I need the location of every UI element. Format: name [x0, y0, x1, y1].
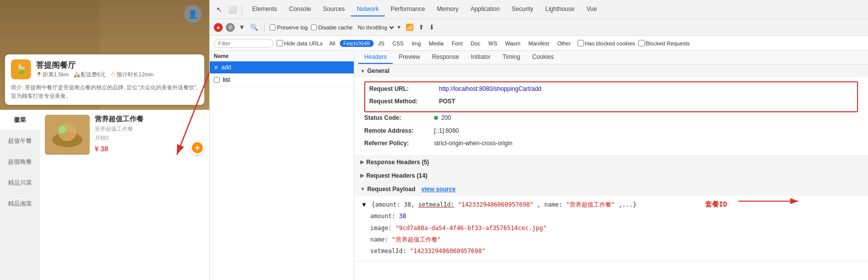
response-headers-header[interactable]: ▶ Response Headers (5): [354, 156, 868, 169]
detail-tab-cookies[interactable]: Cookies: [526, 51, 560, 64]
detail-tab-preview[interactable]: Preview: [393, 51, 426, 64]
tab-elements[interactable]: Elements: [246, 2, 283, 16]
filter-type-buttons: All Fetch/XHR JS CSS Img Media Font Doc …: [326, 40, 575, 47]
view-source-link[interactable]: view source: [422, 186, 456, 193]
tab-vue[interactable]: Vue: [580, 2, 603, 16]
filter-manifest[interactable]: Manifest: [525, 40, 553, 47]
detail-tab-response[interactable]: Response: [426, 51, 465, 64]
distance-item: 📍 距离1.5km: [36, 71, 69, 78]
record-button[interactable]: ●: [214, 23, 223, 32]
payload-name: name: "营养超值工作餐": [370, 235, 860, 245]
req-close-icon: ✕: [214, 64, 218, 71]
filter-all[interactable]: All: [326, 40, 339, 47]
setmeal-id-key: setmealId:: [418, 201, 454, 208]
detail-tab-headers[interactable]: Headers: [358, 51, 393, 64]
tab-network[interactable]: Network: [351, 2, 385, 16]
dish-list: 营养超值工作餐 营养超值工作餐 月销0 ¥ 38 +: [40, 110, 209, 280]
restaurant-header: 👤 🍃 菩提阁餐厅 📍 距离1.5km 🛵 配送费: [0, 0, 209, 110]
distance-icon: 📍: [36, 72, 42, 77]
hide-data-urls-checkbox[interactable]: [277, 40, 283, 46]
remote-address-label: Remote Address:: [364, 126, 434, 136]
devtools-main: Name ✕ add list Headers Preview Response…: [210, 51, 868, 280]
blocked-cookies-checkbox[interactable]: [578, 40, 584, 46]
avatar[interactable]: 👤: [184, 5, 202, 23]
search-icon[interactable]: 🔍: [249, 22, 259, 32]
filter-ws[interactable]: WS: [485, 40, 501, 47]
dish-sales: 月销0: [95, 134, 204, 142]
throttle-select[interactable]: No throttling Fast 3G Slow 3G: [356, 24, 396, 31]
filter-media[interactable]: Media: [426, 40, 447, 47]
delivery-icon: 🛵: [74, 72, 80, 77]
blocked-cookies-label[interactable]: Has blocked cookies: [578, 40, 635, 46]
tab-performance[interactable]: Performance: [385, 2, 431, 16]
tab-security[interactable]: Security: [506, 2, 539, 16]
blocked-requests-label[interactable]: Blocked Requests: [638, 40, 690, 46]
filter-js[interactable]: JS: [375, 40, 388, 47]
tab-console[interactable]: Console: [283, 2, 317, 16]
throttle-control[interactable]: No throttling Fast 3G Slow 3G ▼: [356, 24, 402, 31]
upload-icon[interactable]: ⬆: [418, 22, 425, 32]
tree-expand-icon[interactable]: ▼: [362, 201, 366, 208]
add-to-cart-button[interactable]: +: [190, 141, 204, 155]
disable-cache-input[interactable]: [311, 24, 317, 30]
request-item-list[interactable]: list: [210, 74, 354, 86]
filter-wasm[interactable]: Wasm: [502, 40, 524, 47]
stop-button[interactable]: ⊘: [226, 23, 235, 32]
filter-bar: Hide data URLs All Fetch/XHR JS CSS Img …: [210, 36, 868, 51]
preserve-log-input[interactable]: [270, 24, 276, 30]
referrer-policy-value: strict-origin-when-cross-origin: [434, 139, 512, 148]
request-name-add: add: [221, 64, 231, 71]
request-list: Name ✕ add list: [210, 51, 354, 280]
tab-application[interactable]: Application: [464, 2, 506, 16]
filter-img[interactable]: Img: [408, 40, 424, 47]
request-url-row: Request URL: http://localhost:8080/shopp…: [369, 84, 853, 94]
restaurant-meta: 📍 距离1.5km 🛵 配送费6元 ⏱ 预计时长12min: [36, 71, 153, 78]
category-item-hunan[interactable]: 精品湘菜: [0, 194, 40, 215]
response-headers-section: ▶ Response Headers (5): [354, 156, 868, 169]
payload-tree: ▼ {amount: 38, setmealId: "1423329486060…: [354, 196, 868, 261]
restaurant-card: 🍃 菩提阁餐厅 📍 距离1.5km 🛵 配送费6元: [5, 54, 204, 105]
devtools-toolbar: ↖ ⬜ Elements Console Sources Network Per…: [210, 0, 868, 19]
category-item-huicai[interactable]: 徽菜: [0, 110, 40, 131]
tab-lighthouse[interactable]: Lighthouse: [539, 2, 580, 16]
request-item-add[interactable]: ✕ add: [210, 61, 354, 74]
filter-font[interactable]: Font: [448, 40, 466, 47]
toolbar-separator: [242, 4, 242, 14]
preserve-log-checkbox[interactable]: Preserve log: [270, 24, 308, 30]
hide-data-urls-label[interactable]: Hide data URLs: [277, 40, 323, 46]
tab-sources[interactable]: Sources: [317, 2, 351, 16]
device-icon[interactable]: ⬜: [227, 4, 238, 15]
download-icon[interactable]: ⬇: [428, 22, 435, 32]
general-section-header[interactable]: ▼ General: [354, 64, 868, 77]
tab-memory[interactable]: Memory: [431, 2, 464, 16]
category-item-dinner[interactable]: 超值晚餐: [0, 152, 40, 173]
detail-tab-initiator[interactable]: Initiator: [465, 51, 496, 64]
filter-other[interactable]: Other: [554, 40, 575, 47]
category-item-sichuan[interactable]: 精品川菜: [0, 173, 40, 194]
dish-sub: 营养超值工作餐: [95, 125, 204, 133]
filter-icon[interactable]: ▼: [238, 22, 246, 32]
network-toolbar: ● ⊘ ▼ 🔍 Preserve log Disable cache No th…: [210, 19, 868, 36]
detail-panel: Headers Preview Response Initiator Timin…: [354, 51, 868, 280]
request-method-label: Request Method:: [369, 97, 439, 106]
inspect-icon[interactable]: ↖: [214, 4, 225, 15]
request-url-value: http://localhost:8080/shoppingCart/add: [439, 84, 541, 94]
restaurant-description: 简介: 菩提阁中餐厅是菩提阁点餐的独立的品牌, 定位"大众化的美食外送餐饮", …: [11, 83, 198, 100]
dish-image: [45, 115, 90, 155]
filter-css[interactable]: CSS: [389, 40, 408, 47]
dish-info: 营养超值工作餐 营养超值工作餐 月销0 ¥ 38: [95, 115, 204, 155]
blocked-requests-checkbox[interactable]: [638, 40, 645, 46]
filter-fetch-xhr[interactable]: Fetch/XHR: [340, 40, 374, 47]
payload-summary-line: ▼ {amount: 38, setmealId: "1423329486060…: [362, 199, 860, 210]
remote-address-value: [::1]:8080: [434, 126, 459, 136]
wifi-icon[interactable]: 📶: [405, 22, 415, 32]
dish-item: 营养超值工作餐 营养超值工作餐 月销0 ¥ 38 +: [45, 115, 204, 155]
status-code-label: Status Code:: [364, 113, 434, 123]
disable-cache-checkbox[interactable]: Disable cache: [311, 24, 353, 30]
detail-tab-timing[interactable]: Timing: [496, 51, 526, 64]
request-headers-header[interactable]: ▶ Request Headers (14): [354, 169, 868, 182]
filter-doc[interactable]: Doc: [467, 40, 484, 47]
filter-input[interactable]: [214, 39, 274, 48]
category-item-lunch[interactable]: 超值午餐: [0, 131, 40, 152]
request-checkbox-list[interactable]: [214, 77, 220, 83]
